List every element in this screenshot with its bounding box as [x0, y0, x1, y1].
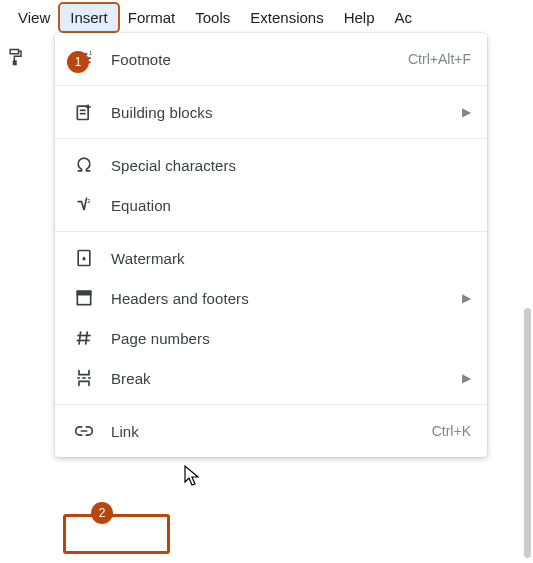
headers-footers-icon: [73, 287, 95, 309]
menu-item-page-numbers[interactable]: Page numbers: [55, 318, 487, 358]
menu-item-watermark[interactable]: Watermark: [55, 238, 487, 278]
separator: [55, 404, 487, 405]
menu-insert[interactable]: Insert: [60, 4, 118, 31]
menu-label: Footnote: [111, 51, 408, 68]
menu-label: Building blocks: [111, 104, 454, 121]
menu-label: Break: [111, 370, 454, 387]
menubar: View Insert Format Tools Extensions Help…: [0, 0, 533, 35]
cursor-icon: [183, 464, 203, 492]
svg-text:1: 1: [89, 50, 92, 56]
omega-icon: [73, 154, 95, 176]
svg-rect-13: [77, 291, 90, 294]
watermark-icon: [73, 247, 95, 269]
callout-1: 1: [67, 51, 89, 73]
menu-shortcut: Ctrl+K: [432, 423, 471, 439]
link-icon: [73, 420, 95, 442]
insert-menu-dropdown: 1 Footnote Ctrl+Alt+F Building blocks ▶ …: [55, 33, 487, 457]
chevron-right-icon: ▶: [462, 291, 471, 305]
menu-label: Special characters: [111, 157, 471, 174]
menu-view[interactable]: View: [8, 4, 60, 31]
menu-acc[interactable]: Ac: [385, 4, 423, 31]
svg-line-14: [79, 331, 81, 344]
menu-tools[interactable]: Tools: [185, 4, 240, 31]
separator: [55, 85, 487, 86]
highlight-link: [63, 514, 170, 554]
callout-2: 2: [91, 502, 113, 524]
menu-label: Link: [111, 423, 432, 440]
menu-label: Equation: [111, 197, 471, 214]
menu-help[interactable]: Help: [334, 4, 385, 31]
svg-rect-5: [77, 106, 88, 119]
break-icon: [73, 367, 95, 389]
svg-line-15: [86, 331, 88, 344]
menu-extensions[interactable]: Extensions: [240, 4, 333, 31]
menu-item-equation[interactable]: 2 Equation: [55, 185, 487, 225]
separator: [55, 231, 487, 232]
menu-item-break[interactable]: Break ▶: [55, 358, 487, 398]
svg-text:2: 2: [87, 198, 90, 204]
menu-shortcut: Ctrl+Alt+F: [408, 51, 471, 67]
chevron-right-icon: ▶: [462, 371, 471, 385]
scrollbar[interactable]: [524, 308, 531, 558]
hash-icon: [73, 327, 95, 349]
building-blocks-icon: [73, 101, 95, 123]
menu-label: Page numbers: [111, 330, 471, 347]
menu-format[interactable]: Format: [118, 4, 186, 31]
chevron-right-icon: ▶: [462, 105, 471, 119]
menu-item-footnote[interactable]: 1 Footnote Ctrl+Alt+F: [55, 39, 487, 79]
menu-item-building-blocks[interactable]: Building blocks ▶: [55, 92, 487, 132]
equation-icon: 2: [73, 194, 95, 216]
paint-format-icon[interactable]: [6, 47, 26, 67]
svg-rect-0: [14, 61, 17, 64]
menu-item-link[interactable]: Link Ctrl+K: [55, 411, 487, 451]
menu-label: Watermark: [111, 250, 471, 267]
menu-item-special-characters[interactable]: Special characters: [55, 145, 487, 185]
menu-label: Headers and footers: [111, 290, 454, 307]
separator: [55, 138, 487, 139]
menu-item-headers-footers[interactable]: Headers and footers ▶: [55, 278, 487, 318]
